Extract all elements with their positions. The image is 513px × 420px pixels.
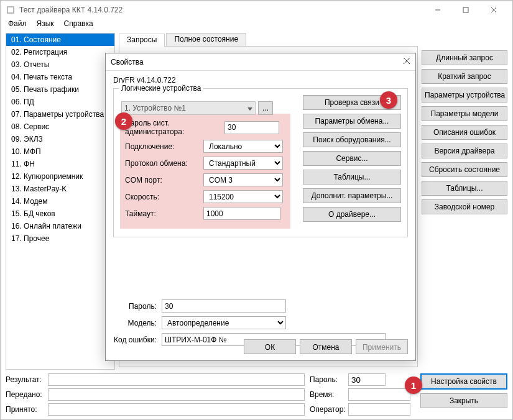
sidebar-item-state[interactable]: 01. Состояние	[6, 34, 114, 46]
svg-rect-3	[463, 7, 468, 12]
model-select[interactable]: Автоопределение	[162, 316, 286, 329]
sent-field	[48, 388, 305, 401]
device-combo-label: 1. Устройство №1	[124, 104, 186, 112]
result-label: Результат:	[6, 375, 44, 384]
btn-close-app[interactable]: Закрыть	[420, 393, 507, 408]
app-icon	[6, 5, 16, 15]
tabs: Запросы Полное состояние	[119, 33, 418, 47]
main-window: Тест драйвера ККТ 4.14.0.722 Файл Язык С…	[0, 0, 513, 420]
btn-short-request[interactable]: Краткий запрос	[422, 69, 507, 84]
titlebar: Тест драйвера ККТ 4.14.0.722	[1, 1, 512, 19]
btn-exchange-params[interactable]: Параметры обмена...	[303, 114, 401, 129]
btn-device-params[interactable]: Параметры устройства	[422, 88, 507, 103]
timeout-field[interactable]	[203, 207, 280, 220]
oper-field	[348, 403, 410, 416]
sidebar-item-online-pay[interactable]: 16. Онлайн платежи	[6, 220, 114, 232]
svg-rect-1	[8, 7, 13, 12]
timeout-label: Таймаут:	[125, 209, 203, 218]
pwd-field[interactable]	[348, 373, 386, 386]
connection-params-block: Пароль сист. администратора: Подключение…	[120, 114, 290, 229]
sidebar-item-bill-acceptor[interactable]: 12. Купюроприемник	[6, 170, 114, 183]
conn-label: Подключение:	[125, 142, 203, 151]
sidebar-item-device-params[interactable]: 07. Параметры устройства	[6, 108, 114, 121]
menu-help[interactable]: Справка	[64, 19, 93, 32]
dialog-title: Свойства	[111, 58, 403, 66]
btn-search-hw[interactable]: Поиск оборудования...	[303, 132, 401, 147]
sidebar-item-masterpayk[interactable]: 13. MasterPay-K	[6, 183, 114, 195]
dialog-footer: ОК Отмена Применить	[244, 339, 408, 354]
sysadm-pwd-label: Пароль сист. администратора:	[125, 119, 224, 136]
speed-label: Скорость:	[125, 193, 203, 201]
result-field	[48, 373, 305, 386]
btn-model-params[interactable]: Параметры модели	[422, 106, 507, 121]
model-label: Модель:	[113, 319, 162, 327]
time-label: Время:	[310, 390, 344, 399]
menu-lang[interactable]: Язык	[37, 19, 54, 32]
sidebar-item-modem[interactable]: 14. Модем	[6, 195, 114, 208]
marker-1: 1	[405, 377, 422, 394]
maximize-button[interactable]	[451, 1, 479, 19]
sidebar-item-print-graphics[interactable]: 05. Печать графики	[6, 83, 114, 96]
sidebar-item-mfp[interactable]: 10. МФП	[6, 145, 114, 158]
btn-driver-version[interactable]: Версия драйвера	[422, 144, 507, 158]
sidebar-item-service[interactable]: 08. Сервис	[6, 121, 114, 133]
btn-additional-params[interactable]: Дополнит. параметры...	[303, 188, 401, 203]
dialog-titlebar: Свойства	[106, 53, 415, 71]
sidebar-item-other[interactable]: 17. Прочее	[6, 232, 114, 245]
com-label: COM порт:	[125, 176, 203, 185]
btn-reset-state[interactable]: Сбросить состояние	[422, 162, 507, 177]
recv-field	[48, 403, 305, 416]
group-title: Логические устройства	[119, 84, 203, 93]
sidebar-item-reports[interactable]: 03. Отчеты	[6, 58, 114, 71]
btn-tables-dlg[interactable]: Таблицы...	[303, 170, 401, 185]
speed-select[interactable]: 115200	[203, 190, 283, 203]
proto-select[interactable]: Стандартный	[203, 157, 283, 170]
oper-label: Оператор:	[310, 405, 344, 414]
sidebar-item-registration[interactable]: 02. Регистрация	[6, 46, 114, 58]
sidebar-item-print-text[interactable]: 04. Печать текста	[6, 71, 114, 83]
marker-3: 3	[380, 91, 397, 109]
btn-serial[interactable]: Заводской номер	[422, 199, 507, 214]
close-button[interactable]	[479, 1, 507, 19]
dialog-close-icon[interactable]	[403, 57, 410, 66]
sysadm-pwd-field[interactable]	[224, 121, 279, 134]
pwd-label: Пароль:	[310, 375, 344, 384]
device-browse-button[interactable]: ...	[258, 101, 273, 115]
right-button-panel: Длинный запрос Краткий запрос Параметры …	[422, 33, 507, 370]
tab-requests[interactable]: Запросы	[119, 34, 165, 47]
apply-button[interactable]: Применить	[356, 339, 408, 354]
com-select[interactable]: COM 3	[203, 173, 283, 186]
sidebar-item-fn[interactable]: 11. ФН	[6, 158, 114, 170]
btn-setup-props[interactable]: Настройка свойств	[420, 373, 507, 390]
marker-2: 2	[115, 112, 132, 130]
device-combo[interactable]: 1. Устройство №1	[121, 101, 256, 115]
sidebar[interactable]: 01. Состояние 02. Регистрация 03. Отчеты…	[6, 33, 115, 370]
minimize-button[interactable]	[423, 1, 451, 19]
time-field	[348, 388, 410, 401]
properties-dialog: Свойства DrvFR v4.14.0.722 Логические ус…	[105, 53, 416, 361]
btn-about-driver[interactable]: О драйвере...	[303, 207, 401, 222]
dlg-pwd-label: Пароль:	[113, 302, 162, 311]
dialog-right-buttons: Проверка связи Параметры обмена... Поиск…	[303, 95, 401, 222]
ok-button[interactable]: ОК	[244, 339, 296, 354]
sidebar-item-eklz[interactable]: 09. ЭКЛЗ	[6, 133, 114, 145]
tab-full-state[interactable]: Полное состояние	[166, 33, 246, 46]
logical-devices-group: Логические устройства 1. Устройство №1 .…	[113, 88, 408, 237]
menu-file[interactable]: Файл	[8, 19, 27, 32]
btn-service[interactable]: Сервис...	[303, 151, 401, 166]
bottom-bar: Результат: Передано: Принято: Пароль:	[6, 373, 507, 416]
conn-select[interactable]: Локально	[203, 140, 283, 153]
sidebar-item-pd[interactable]: 06. ПД	[6, 96, 114, 108]
window-title: Тест драйвера ККТ 4.14.0.722	[19, 6, 423, 14]
menubar: Файл Язык Справка	[1, 19, 512, 32]
btn-error-desc[interactable]: Описания ошибок	[422, 125, 507, 140]
sent-label: Передано:	[6, 390, 44, 399]
btn-long-request[interactable]: Длинный запрос	[422, 50, 507, 65]
sidebar-item-cheque-db[interactable]: 15. БД чеков	[6, 208, 114, 220]
dlg-pwd-field[interactable]	[162, 299, 286, 313]
cancel-button[interactable]: Отмена	[300, 339, 352, 354]
chevron-down-icon	[245, 104, 252, 112]
btn-tables[interactable]: Таблицы...	[422, 181, 507, 196]
err-label: Код ошибки:	[113, 336, 162, 344]
proto-label: Протокол обмена:	[125, 159, 203, 168]
